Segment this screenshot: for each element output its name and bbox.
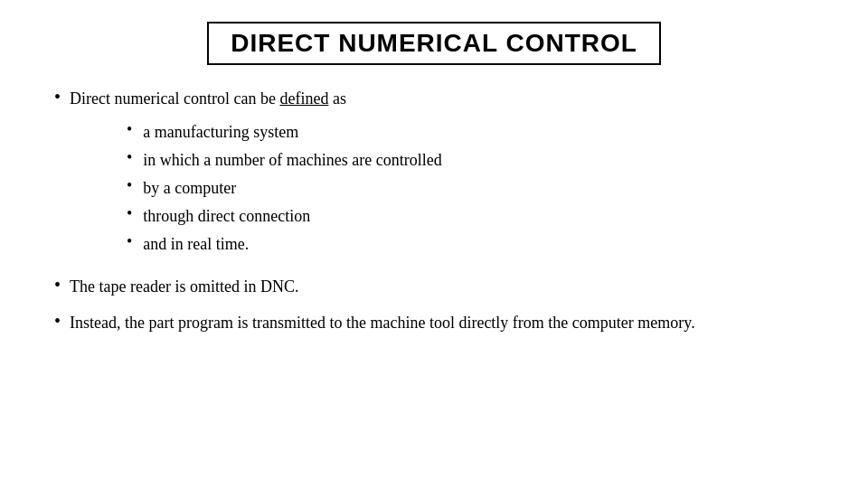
bullet-1-prefix: Direct numerical control can be [70,89,279,108]
page: DIRECT NUMERICAL CONTROL • Direct numeri… [0,0,868,488]
sub-bullet-1: • a manufacturing system [127,120,814,145]
title-box: DIRECT NUMERICAL CONTROL [207,22,661,65]
definition-section: • Direct numerical control can be define… [54,87,814,262]
bullet-dot-3: • [54,311,61,332]
part-program-section: • Instead, the part program is transmitt… [54,311,814,336]
sub-bullet-2: • in which a number of machines are cont… [127,148,814,174]
sub-dot-2: • [127,148,132,167]
bullet-dot-1: • [54,87,61,108]
sub-text-2: in which a number of machines are contro… [143,148,441,174]
bullet-2-text: The tape reader is omitted in DNC. [70,275,298,300]
title-container: DIRECT NUMERICAL CONTROL [54,22,814,65]
sub-bullet-3: • by a computer [127,176,814,202]
sub-bullet-5: • and in real time. [127,232,814,258]
bullet-1-text: Direct numerical control can be defined … [70,87,346,111]
bullet-3-text: Instead, the part program is transmitted… [70,311,695,336]
sub-text-5: and in real time. [143,232,249,258]
bullet-dot-2: • [54,275,61,296]
sub-dot-3: • [127,176,132,195]
sub-bullet-4: • through direct connection [127,204,814,230]
sub-dot-5: • [127,232,132,251]
bullet-1-defined: defined [279,89,328,108]
bullet-1-suffix: as [328,89,346,108]
sub-text-1: a manufacturing system [143,120,298,145]
sub-text-3: by a computer [143,176,236,202]
sub-dot-1: • [127,120,132,139]
tape-reader-section: • The tape reader is omitted in DNC. [54,275,814,300]
main-bullet-1: • Direct numerical control can be define… [54,87,814,111]
sub-dot-4: • [127,204,132,223]
sub-text-4: through direct connection [143,204,310,230]
page-title: DIRECT NUMERICAL CONTROL [231,29,637,57]
sub-bullets-list: • a manufacturing system • in which a nu… [127,120,814,257]
